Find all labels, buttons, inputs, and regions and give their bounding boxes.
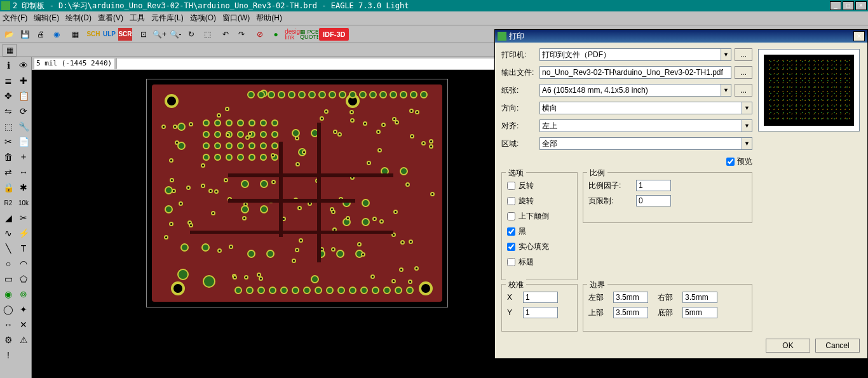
smash-icon[interactable]: ✱ [17,180,31,194]
black-checkbox[interactable] [507,227,515,236]
move-icon[interactable]: ✥ [1,89,15,103]
sch-icon[interactable]: SCH [86,27,101,41]
arc-icon[interactable]: ◠ [17,257,31,271]
replace-icon[interactable]: ↔ [17,165,31,179]
undo-icon[interactable]: ↶ [218,27,233,41]
rotate-icon[interactable]: ⟳ [17,104,31,118]
hole-icon[interactable]: ◯ [1,302,15,316]
minimize-button[interactable]: _ [830,1,841,10]
output-file-input[interactable] [539,66,731,79]
mirror-checkbox[interactable] [507,182,515,190]
errors-icon[interactable]: ! [1,348,15,362]
close-button[interactable]: × [855,1,867,10]
border-right-input[interactable] [682,292,717,303]
menu-help[interactable]: 帮助(H) [254,11,285,25]
delete-icon[interactable]: 🗑 [1,150,15,164]
redo-icon[interactable]: ↷ [234,27,249,41]
cancel-button[interactable]: Cancel [815,339,860,353]
print-icon[interactable]: 🖨 [33,27,48,41]
printer-browse-button[interactable]: ... [735,48,752,61]
lock-icon[interactable]: 🔒 [1,180,15,194]
area-select[interactable]: 全部 ▼ [539,137,752,150]
mark-icon[interactable]: ✚ [17,74,31,88]
attribute-icon[interactable]: ✦ [17,302,31,316]
cam-icon[interactable]: ◉ [49,27,64,41]
outfile-browse-button[interactable]: ... [735,66,752,79]
text-icon[interactable]: T [17,241,31,255]
pcb-quote-icon[interactable]: ▦ PCBQUOTE [302,27,318,41]
split-icon[interactable]: ✂ [17,211,31,225]
eye-icon[interactable]: 👁 [17,58,31,72]
menu-library[interactable]: 元件库(L) [149,11,186,25]
change-icon[interactable]: 🔧 [17,119,31,133]
menu-view[interactable]: 查看(V) [95,11,126,25]
menu-window[interactable]: 窗口(W) [220,11,252,25]
value-icon[interactable]: 10k [17,196,31,210]
miter-icon[interactable]: ◢ [1,211,15,225]
paper-select[interactable]: A6 (105x148 mm, 4.1x5.8 inch) ▼ [539,84,731,97]
menu-draw[interactable]: 绘制(D) [63,11,94,25]
cancel-icon[interactable]: ⊘ [252,27,268,41]
scale-factor-input[interactable] [636,180,671,191]
orient-select[interactable]: 横向 ▼ [539,102,752,114]
chevron-down-icon[interactable]: ▼ [721,49,731,60]
menu-edit[interactable]: 编辑(E) [31,11,62,25]
pinswap-icon[interactable]: ⇄ [1,165,15,179]
menu-file[interactable]: 文件(F) [0,11,30,25]
rotate-checkbox[interactable] [507,197,515,205]
scr-icon[interactable]: SCR [118,27,133,41]
via-icon[interactable]: ◉ [1,287,15,301]
signal-icon[interactable]: ⊚ [17,287,31,301]
cut-icon[interactable]: ✂ [1,135,15,149]
page-limit-input[interactable] [636,195,671,206]
save-icon[interactable]: 💾 [17,27,32,41]
go-icon[interactable]: ● [268,27,283,41]
preview-checkbox[interactable] [726,158,735,166]
ok-button[interactable]: OK [766,339,810,353]
erc-icon[interactable]: ⚠ [17,333,31,347]
align-select[interactable]: 左上 ▼ [539,119,752,132]
upside-checkbox[interactable] [507,212,515,220]
cal-y-input[interactable] [523,307,558,318]
info-icon[interactable]: ℹ [1,58,15,72]
auto-icon[interactable]: ⚙ [1,333,15,347]
ratsnest-icon[interactable]: ✕ [17,318,31,332]
board-icon[interactable]: ▦ [67,27,83,41]
chevron-down-icon[interactable]: ▼ [721,84,731,96]
usr-icon[interactable]: ULP [102,27,117,41]
dialog-close-button[interactable]: × [853,31,865,41]
maximize-button[interactable]: □ [843,1,854,10]
route-icon[interactable]: ∿ [1,226,15,240]
menu-tools[interactable]: 工具 [127,11,147,25]
border-top-input[interactable] [613,307,648,318]
copy-icon[interactable]: 📋 [17,89,31,103]
border-left-input[interactable] [613,292,648,303]
printer-select[interactable]: 打印到文件（PDF） ▼ [539,48,731,61]
solid-checkbox[interactable] [507,243,515,251]
ripup-icon[interactable]: ⚡ [17,226,31,240]
polygon-icon[interactable]: ⬠ [17,272,31,286]
dialog-title-bar[interactable]: 打印 × [495,30,867,43]
dimension-icon[interactable]: ↔ [1,318,15,332]
pcb-board-view[interactable]: /* generated below */ [146,79,448,307]
zoom-in-icon[interactable]: 🔍+ [152,27,167,41]
chevron-down-icon[interactable]: ▼ [742,138,752,149]
name-icon[interactable]: R2 [1,196,15,210]
open-icon[interactable]: 📂 [1,27,17,41]
menu-options[interactable]: 选项(O) [187,11,219,25]
layers-icon[interactable]: ≣ [1,74,15,88]
grid-icon[interactable]: ▦ [3,44,17,57]
caption-checkbox[interactable] [507,258,515,266]
zoom-out-icon[interactable]: 🔍- [168,27,183,41]
border-bottom-input[interactable] [682,307,717,318]
chevron-down-icon[interactable]: ▼ [742,120,752,132]
cal-x-input[interactable] [523,292,558,303]
zoom-fit-icon[interactable]: ⊡ [136,27,151,41]
circle-icon[interactable]: ○ [1,257,15,271]
group-icon[interactable]: ⬚ [1,119,15,133]
zoom-select-icon[interactable]: ⬚ [200,27,215,41]
mirror-icon[interactable]: ⇋ [1,104,15,118]
paste-icon[interactable]: 📄 [17,135,31,149]
add-icon[interactable]: ＋ [17,150,31,164]
idf-3d-button[interactable]: IDF-3D [318,27,349,41]
